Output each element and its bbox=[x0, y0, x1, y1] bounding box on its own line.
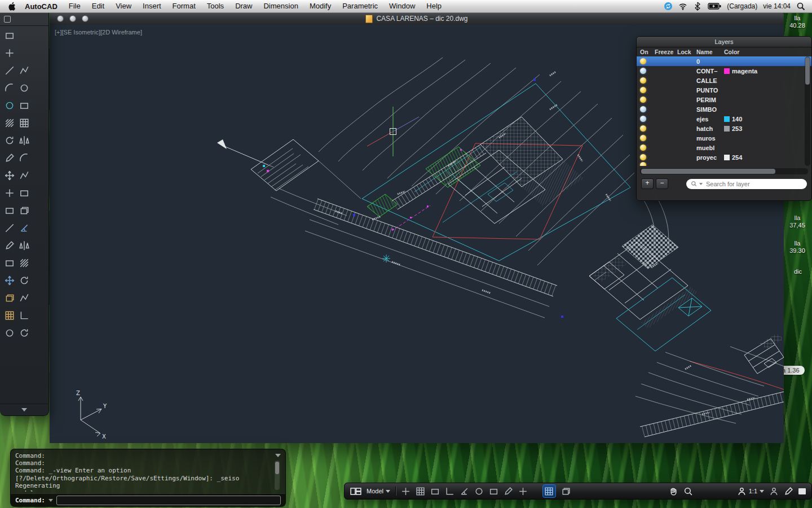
mirror-tool-icon[interactable] bbox=[19, 135, 29, 146]
layer-row-0[interactable]: 0 bbox=[637, 56, 811, 66]
viewports-icon[interactable] bbox=[350, 487, 361, 496]
revolve-tool-icon[interactable] bbox=[19, 275, 29, 286]
layer-row-hatch[interactable]: hatch 253 bbox=[637, 124, 811, 133]
offset-tool-icon[interactable] bbox=[5, 223, 15, 233]
close-window-button[interactable] bbox=[57, 15, 64, 22]
dynamic-input-toggle-icon[interactable] bbox=[504, 487, 513, 496]
layer-on-bulb[interactable] bbox=[640, 125, 646, 132]
sync-menu-icon[interactable] bbox=[664, 2, 673, 11]
table-tool-icon[interactable] bbox=[19, 118, 29, 128]
layer-on-bulb[interactable] bbox=[640, 77, 646, 84]
fillet-tool-icon[interactable] bbox=[19, 153, 29, 163]
layout-tool-icon[interactable] bbox=[19, 205, 29, 216]
gradient-tool-icon[interactable] bbox=[19, 258, 29, 268]
layer-on-bulb[interactable] bbox=[640, 58, 646, 64]
zoom-window-button[interactable] bbox=[82, 15, 89, 22]
ellipse-tool-icon[interactable] bbox=[5, 100, 15, 111]
annotation-visibility-icon[interactable] bbox=[769, 487, 779, 496]
menu-item-modify[interactable]: Modify bbox=[304, 0, 337, 12]
edit-tool-icon[interactable] bbox=[5, 240, 15, 251]
grid-display-active-button[interactable] bbox=[542, 484, 556, 498]
rectangle-tool-icon[interactable] bbox=[19, 100, 29, 111]
layer-on-bulb[interactable] bbox=[640, 97, 646, 103]
model-space-dropdown[interactable]: Model bbox=[367, 488, 390, 494]
stretch-tool-icon[interactable] bbox=[5, 275, 15, 286]
layer-on-bulb[interactable] bbox=[640, 87, 646, 93]
layer-row-perim[interactable]: PERIM bbox=[637, 95, 811, 104]
menu-item-edit[interactable]: Edit bbox=[86, 0, 110, 12]
grid-tool-icon[interactable] bbox=[5, 310, 15, 321]
command-window-disclosure-icon[interactable] bbox=[275, 454, 281, 457]
apple-menu-icon[interactable] bbox=[8, 2, 17, 11]
menu-app-name[interactable]: AutoCAD bbox=[19, 2, 63, 11]
select-tool-icon[interactable] bbox=[5, 30, 15, 41]
layers-palette-title[interactable]: Layers bbox=[637, 37, 811, 47]
layer-row-calle[interactable]: CALLE bbox=[637, 76, 811, 85]
layers-vertical-scrollbar[interactable] bbox=[805, 56, 810, 166]
menu-item-format[interactable]: Format bbox=[167, 0, 201, 12]
object-tracking-toggle-icon[interactable] bbox=[518, 487, 528, 496]
layout-sheets-icon[interactable] bbox=[561, 487, 571, 496]
menu-item-parametric[interactable]: Parametric bbox=[337, 0, 383, 12]
layer-row-partial[interactable] bbox=[637, 162, 811, 166]
trim-tool-icon[interactable] bbox=[5, 258, 15, 268]
wifi-menu-icon[interactable] bbox=[678, 2, 687, 11]
desktop-icon-label[interactable]: lla40.28 bbox=[784, 15, 811, 29]
menu-item-file[interactable]: File bbox=[63, 0, 86, 12]
ortho-toggle-icon[interactable] bbox=[445, 487, 454, 496]
layer-on-bulb[interactable] bbox=[640, 144, 646, 151]
menu-clock[interactable]: vie 14:04 bbox=[763, 2, 791, 10]
pencil-tool-icon[interactable] bbox=[5, 153, 15, 163]
menu-item-draw[interactable]: Draw bbox=[230, 0, 258, 12]
desktop-icon-label[interactable]: dic bbox=[784, 268, 811, 275]
snap-tool-icon[interactable] bbox=[5, 188, 15, 198]
command-prompt-chevron-icon[interactable] bbox=[48, 499, 53, 502]
menu-item-window[interactable]: Window bbox=[383, 0, 421, 12]
layer-row-muebl[interactable]: muebl bbox=[637, 143, 811, 152]
layer-search-field[interactable] bbox=[686, 179, 807, 189]
layer-on-bulb[interactable] bbox=[640, 116, 646, 122]
tool-palette-header[interactable] bbox=[0, 13, 48, 26]
layer-row-simbo[interactable]: SIMBO bbox=[637, 104, 811, 114]
donut-tool-icon[interactable] bbox=[5, 328, 15, 338]
arc-tool-icon[interactable] bbox=[5, 83, 15, 93]
grid-toggle-icon[interactable] bbox=[416, 487, 425, 496]
menu-item-view[interactable]: View bbox=[110, 0, 137, 12]
spline-tool-icon[interactable] bbox=[19, 170, 29, 181]
measure-tool-icon[interactable] bbox=[19, 223, 29, 233]
hatch-tool-icon[interactable] bbox=[5, 118, 15, 128]
polar-tracking-toggle-icon[interactable] bbox=[460, 487, 469, 496]
remove-layer-button[interactable]: − bbox=[656, 178, 668, 189]
layer-row-muros[interactable]: muros bbox=[637, 133, 811, 143]
desktop-icon-label[interactable]: lla39.30 bbox=[784, 240, 811, 255]
object-snap-toggle-icon[interactable] bbox=[474, 487, 484, 496]
battery-menu-icon[interactable] bbox=[708, 2, 721, 11]
minimize-window-button[interactable] bbox=[69, 15, 76, 22]
command-input[interactable] bbox=[56, 496, 281, 505]
sheetset-tool-icon[interactable] bbox=[5, 293, 15, 303]
ortho-tool-icon[interactable] bbox=[19, 310, 29, 321]
menu-item-dimension[interactable]: Dimension bbox=[258, 0, 303, 12]
layer-on-bulb[interactable] bbox=[640, 162, 646, 166]
menu-item-tools[interactable]: Tools bbox=[201, 0, 230, 12]
layer-row-proyec[interactable]: proyec 254 bbox=[637, 152, 811, 162]
block-tool-icon[interactable] bbox=[19, 188, 29, 198]
circle-tool-icon[interactable] bbox=[19, 83, 29, 93]
sketch-tool-icon[interactable] bbox=[19, 293, 29, 303]
zoom-tool-icon[interactable] bbox=[683, 487, 693, 496]
layer-search-input[interactable] bbox=[705, 180, 792, 188]
window-title-bar[interactable]: CASA LARENAS – dic 20.dwg bbox=[50, 12, 784, 25]
desktop-icon-label[interactable]: lla37,45 bbox=[784, 214, 811, 229]
rotate-tool-icon[interactable] bbox=[5, 135, 15, 146]
snap-toggle-icon[interactable] bbox=[401, 487, 411, 496]
palette-collapse-handle[interactable] bbox=[0, 404, 48, 415]
pan-hand-icon[interactable] bbox=[669, 487, 678, 496]
annotation-autoscale-icon[interactable] bbox=[784, 487, 793, 496]
layers-horizontal-scrollbar[interactable] bbox=[640, 168, 808, 174]
layer-on-bulb[interactable] bbox=[640, 106, 646, 112]
3d-object-snap-toggle-icon[interactable] bbox=[489, 487, 498, 496]
line-tool-icon[interactable] bbox=[5, 65, 15, 76]
layer-on-bulb[interactable] bbox=[640, 154, 646, 160]
viewport-controls-label[interactable]: [+][SE Isometric][2D Wireframe] bbox=[55, 29, 142, 36]
menu-item-help[interactable]: Help bbox=[421, 0, 447, 12]
